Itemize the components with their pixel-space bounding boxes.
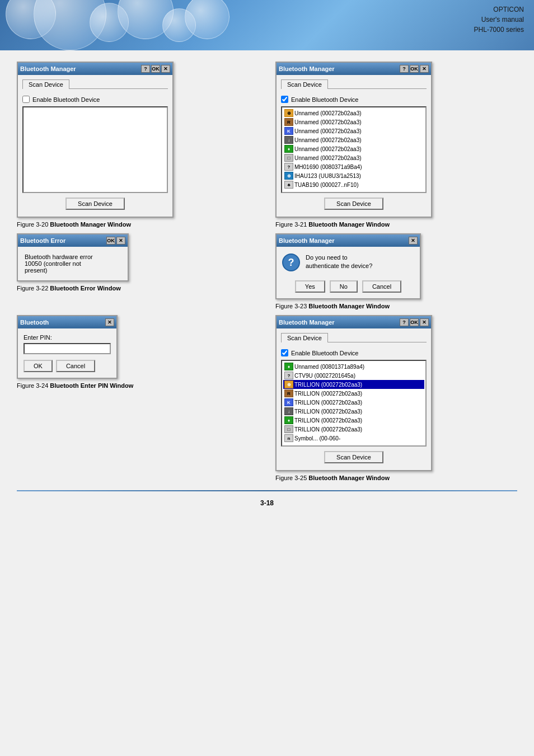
list-item[interactable]: ⊕ TRILLION (000272b02aa3) — [283, 380, 424, 389]
fig25-caption-text: Bluetooth Manager Window — [308, 475, 390, 481]
fig25-window: Bluetooth Manager ? OK ✕ Scan Device Ena… — [275, 315, 432, 471]
fig22-message1: Bluetooth hardware error — [25, 253, 121, 260]
fig24-pin-label: Enter PIN: — [24, 334, 111, 341]
list-item[interactable]: ↓ Unnamed (000272b02aa3) — [283, 135, 424, 144]
fig24-cancel-btn[interactable]: Cancel — [56, 360, 95, 372]
list-item[interactable]: □ TRILLION (000272b02aa3) — [283, 425, 424, 434]
fig21-listbox[interactable]: ⊕ Unnamed (000272b02aa3) R Unnamed (0002… — [281, 106, 427, 193]
fig21-help-btn[interactable]: ? — [400, 65, 409, 73]
fig24-caption: Figure 3-24 Bluetooth Enter PIN Window — [17, 382, 133, 389]
fig21-scan-btn[interactable]: Scan Device — [324, 198, 383, 210]
fig21-enable-checkbox[interactable] — [281, 96, 288, 103]
list-item[interactable]: K TRILLION (000272b02aa3) — [283, 398, 424, 407]
fig22-titlebar: Bluetooth Error OK ✕ — [18, 234, 128, 247]
fig23-no-btn[interactable]: No — [330, 280, 358, 293]
fig24-caption-num: Figure 3-24 — [17, 382, 48, 389]
figure-20-cell: Bluetooth Manager ? OK ✕ Scan Device Ena… — [17, 62, 259, 228]
fig22-caption-text: Bluetooth Error Window — [50, 285, 120, 292]
fig20-checkbox-label: Enable Bluetooth Device — [32, 96, 100, 103]
device-icon: K — [284, 127, 293, 135]
fig20-caption-text: Bluetooth Manager Window — [50, 221, 131, 228]
device-icon: ⊕ — [284, 172, 293, 180]
device-icon: ♦ — [284, 416, 293, 424]
fig25-tab[interactable]: Scan Device — [281, 333, 328, 342]
device-icon: ⊕ — [284, 381, 293, 388]
header: OPTICON User's manual PHL-7000 series — [0, 0, 534, 50]
device-icon: R — [284, 389, 293, 397]
fig20-listbox[interactable] — [22, 106, 168, 193]
fig22-caption-num: Figure 3-22 — [17, 285, 48, 292]
list-item[interactable]: ♣ TUAB190 (000027..nF10) — [283, 180, 424, 189]
list-item[interactable]: n Symbol... (00-060- — [283, 434, 424, 443]
fig21-caption-text: Bluetooth Manager Window — [308, 221, 390, 228]
fig22-title: Bluetooth Error — [20, 237, 105, 244]
fig24-buttons: OK Cancel — [24, 360, 111, 372]
fig25-listbox[interactable]: ♦ Unnamed (00801371a89a4) ? CTV9U (00027… — [281, 360, 427, 447]
device-icon: ↓ — [284, 407, 293, 415]
fig25-titlebar: Bluetooth Manager ? OK ✕ — [277, 316, 431, 328]
list-item[interactable]: R Unnamed (000272b02aa3) — [283, 118, 424, 126]
fig23-caption: Figure 3-23 Bluetooth Manager Window — [275, 303, 390, 309]
fig22-message2: 10050 (controller not — [25, 260, 121, 267]
list-item[interactable]: ⊕ Unnamed (000272b02aa3) — [283, 109, 424, 118]
fig21-title: Bluetooth Manager — [279, 65, 399, 72]
fig24-pin-input[interactable] — [24, 343, 111, 354]
fig25-caption: Figure 3-25 Bluetooth Manager Window — [275, 475, 390, 481]
device-icon: ⊕ — [284, 109, 293, 117]
fig25-help-btn[interactable]: ? — [400, 318, 409, 326]
figure-24-cell: Bluetooth ✕ Enter PIN: OK Cancel Figure … — [17, 315, 259, 481]
list-item[interactable]: R TRILLION (000272b02aa3) — [283, 389, 424, 398]
fig25-close-btn[interactable]: ✕ — [420, 318, 429, 326]
fig25-ok-btn[interactable]: OK — [410, 318, 419, 326]
list-item[interactable]: K Unnamed (000272b02aa3) — [283, 126, 424, 135]
fig23-title: Bluetooth Manager — [279, 237, 407, 244]
fig20-scan-btn[interactable]: Scan Device — [65, 198, 125, 210]
fig23-close-btn[interactable]: ✕ — [409, 237, 418, 245]
list-item[interactable]: ⊕ IHAU123 (UU8U3/1a2513) — [283, 171, 424, 180]
fig23-window: Bluetooth Manager ✕ ? Do you need to aut… — [275, 233, 421, 299]
list-item[interactable]: ↓ TRILLION (000272b02aa3) — [283, 407, 424, 416]
content: Bluetooth Manager ? OK ✕ Scan Device Ena… — [0, 50, 534, 526]
fig21-ok-btn[interactable]: OK — [410, 65, 419, 73]
fig20-caption: Figure 3-20 Bluetooth Manager Window — [17, 221, 131, 228]
fig23-question1: Do you need to — [306, 253, 372, 262]
fig20-help-btn[interactable]: ? — [141, 65, 150, 73]
device-icon: R — [284, 118, 293, 126]
device-icon: ? — [284, 372, 293, 379]
fig20-close-btn[interactable]: ✕ — [161, 65, 170, 73]
list-item[interactable]: ♦ TRILLION (000272b02aa3) — [283, 416, 424, 425]
fig25-caption-num: Figure 3-25 — [275, 475, 307, 481]
fig20-enable-checkbox[interactable] — [22, 96, 30, 103]
list-item[interactable]: □ Unnamed (000272b02aa3) — [283, 153, 424, 162]
figure-25-cell: Bluetooth Manager ? OK ✕ Scan Device Ena… — [275, 315, 517, 481]
fig24-close-btn[interactable]: ✕ — [105, 318, 114, 326]
fig25-title: Bluetooth Manager — [279, 319, 399, 326]
fig20-ok-btn[interactable]: OK — [151, 65, 160, 73]
fig20-tab[interactable]: Scan Device — [22, 79, 69, 89]
list-item[interactable]: ♦ Unnamed (000272b02aa3) — [283, 144, 424, 153]
fig23-yes-btn[interactable]: Yes — [295, 280, 325, 293]
list-item[interactable]: ? CTV9U (00027201645a) — [283, 371, 424, 380]
fig25-scan-btn[interactable]: Scan Device — [324, 451, 383, 463]
fig25-checkbox-label: Enable Bluetooth Device — [291, 350, 358, 356]
fig22-close-btn[interactable]: ✕ — [116, 237, 125, 245]
fig24-titlebar: Bluetooth ✕ — [18, 316, 116, 328]
fig21-tab[interactable]: Scan Device — [281, 79, 328, 89]
fig21-close-btn[interactable]: ✕ — [420, 65, 429, 73]
fig23-titlebar: Bluetooth Manager ✕ — [277, 234, 420, 247]
list-item[interactable]: ? MH01690 (0080371a9Ba4) — [283, 162, 424, 171]
separator — [17, 490, 517, 491]
fig23-cancel-btn[interactable]: Cancel — [362, 280, 401, 293]
fig25-enable-checkbox[interactable] — [281, 349, 288, 356]
fig22-ok-btn[interactable]: OK — [106, 237, 115, 245]
fig20-titlebar: Bluetooth Manager ? OK ✕ — [18, 63, 172, 75]
list-item[interactable]: ♦ Unnamed (00801371a89a4) — [283, 362, 424, 371]
figures-row2: Bluetooth Error OK ✕ Bluetooth hardware … — [17, 233, 517, 309]
device-icon: ♦ — [284, 363, 293, 370]
brand-line3: PHL-7000 series — [474, 25, 524, 35]
fig20-title: Bluetooth Manager — [20, 65, 140, 72]
fig24-ok-btn[interactable]: OK — [24, 360, 53, 372]
figures-row1: Bluetooth Manager ? OK ✕ Scan Device Ena… — [17, 62, 517, 228]
header-decoration — [0, 0, 320, 50]
fig25-body: Scan Device Enable Bluetooth Device ♦ Un… — [277, 328, 431, 470]
